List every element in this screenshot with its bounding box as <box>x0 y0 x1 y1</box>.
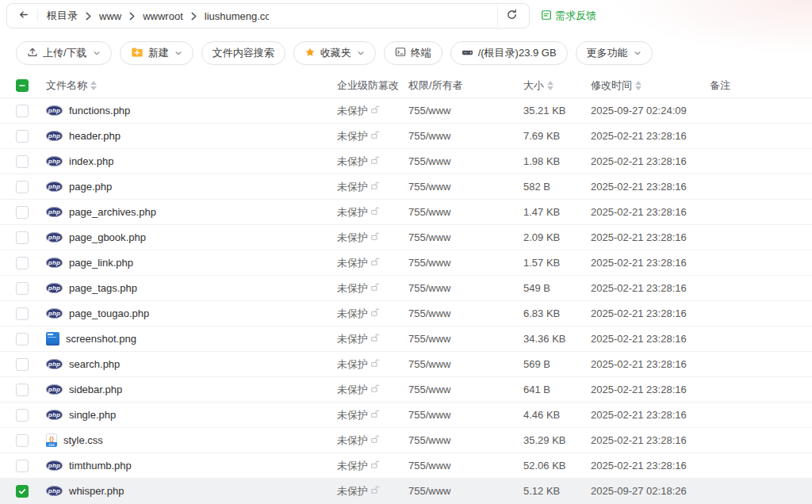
table-row[interactable]: php search.php 未保护 755/www 569 B 2025-02… <box>0 352 812 377</box>
table-row[interactable]: php page_link.php 未保护 755/www 1.57 KB 20… <box>0 250 812 276</box>
select-all-checkbox[interactable] <box>16 79 29 92</box>
tamper-proof-status[interactable]: 未保护 <box>337 256 408 270</box>
tamper-proof-status[interactable]: 未保护 <box>337 459 408 473</box>
path-input-area[interactable] <box>269 4 498 28</box>
content-search-button[interactable]: 文件内容搜索 <box>201 41 285 65</box>
file-name[interactable]: screenshot.png <box>66 333 136 345</box>
row-checkbox[interactable] <box>16 155 29 168</box>
row-checkbox[interactable] <box>16 206 29 219</box>
file-name[interactable]: sidebar.php <box>69 384 122 395</box>
table-row[interactable]: php header.php 未保护 755/www 7.69 KB 2025-… <box>0 124 812 149</box>
permission-owner[interactable]: 755/www <box>408 307 523 319</box>
new-button[interactable]: 新建 <box>120 41 193 65</box>
permission-owner[interactable]: 755/www <box>408 384 523 395</box>
row-checkbox[interactable] <box>16 181 29 193</box>
table-row[interactable]: php whisper.php 未保护 755/www 5.12 KB 2025… <box>0 479 812 504</box>
row-checkbox[interactable] <box>16 333 29 346</box>
permission-owner[interactable]: 755/www <box>408 155 523 167</box>
sort-icon[interactable] <box>90 81 97 90</box>
feedback-link[interactable]: 需求反馈 <box>541 9 596 23</box>
permission-owner[interactable]: 755/www <box>408 485 523 497</box>
row-checkbox[interactable] <box>16 485 29 498</box>
permission-owner[interactable]: 755/www <box>408 257 523 269</box>
permission-owner[interactable]: 755/www <box>408 434 523 446</box>
file-name[interactable]: page_gbook.php <box>69 231 146 243</box>
row-checkbox[interactable] <box>16 130 29 143</box>
tamper-proof-status[interactable]: 未保护 <box>337 383 408 397</box>
tamper-proof-status[interactable]: 未保护 <box>337 484 408 498</box>
permission-owner[interactable]: 755/www <box>408 105 523 116</box>
row-checkbox[interactable] <box>16 257 29 269</box>
permission-owner[interactable]: 755/www <box>408 409 523 421</box>
refresh-button[interactable] <box>497 5 526 27</box>
breadcrumb-item[interactable]: wwwroot <box>136 10 190 22</box>
file-name[interactable]: page_tags.php <box>69 282 137 294</box>
row-checkbox[interactable] <box>16 282 29 295</box>
permission-owner[interactable]: 755/www <box>408 130 523 142</box>
tamper-proof-status[interactable]: 未保护 <box>337 180 408 194</box>
breadcrumb-item[interactable]: liushumeng.com <box>197 10 269 22</box>
favorites-button[interactable]: 收藏夹 <box>293 41 376 65</box>
file-name[interactable]: style.css <box>63 434 103 446</box>
tamper-proof-status[interactable]: 未保护 <box>337 104 408 118</box>
file-name[interactable]: header.php <box>69 130 121 142</box>
table-row[interactable]: php page.php 未保护 755/www 582 B 2025-02-2… <box>0 174 812 200</box>
file-name[interactable]: search.php <box>69 358 120 370</box>
table-row[interactable]: php sidebar.php 未保护 755/www 641 B 2025-0… <box>0 377 812 403</box>
tamper-proof-status[interactable]: 未保护 <box>337 433 408 448</box>
permission-owner[interactable]: 755/www <box>408 333 523 345</box>
header-size[interactable]: 大小 <box>523 78 591 93</box>
terminal-button[interactable]: 终端 <box>384 41 442 65</box>
back-button[interactable] <box>10 5 36 27</box>
disk-usage-button[interactable]: /(根目录)23.9 GB <box>450 41 568 65</box>
breadcrumb-item[interactable]: 根目录 <box>40 9 85 23</box>
file-name[interactable]: single.php <box>69 409 116 421</box>
row-checkbox[interactable] <box>16 434 29 447</box>
table-row[interactable]: php page_archives.php 未保护 755/www 1.47 K… <box>0 200 812 225</box>
table-row[interactable]: php functions.php 未保护 755/www 35.21 KB 2… <box>0 98 812 124</box>
sort-icon[interactable] <box>547 81 553 90</box>
permission-owner[interactable]: 755/www <box>408 282 523 294</box>
table-row[interactable]: php index.php 未保护 755/www 1.98 KB 2025-0… <box>0 149 812 174</box>
permission-owner[interactable]: 755/www <box>408 181 523 193</box>
breadcrumb-item[interactable]: www <box>92 10 128 22</box>
file-name[interactable]: index.php <box>69 155 113 167</box>
tamper-proof-status[interactable]: 未保护 <box>337 332 408 346</box>
file-name[interactable]: whisper.php <box>69 485 124 497</box>
row-checkbox[interactable] <box>16 307 29 320</box>
tamper-proof-status[interactable]: 未保护 <box>337 357 408 372</box>
permission-owner[interactable]: 755/www <box>408 231 523 243</box>
tamper-proof-status[interactable]: 未保护 <box>337 231 408 245</box>
table-row[interactable]: screenshot.png 未保护 755/www 34.36 KB 2025… <box>0 326 812 352</box>
tamper-proof-status[interactable]: 未保护 <box>337 408 408 422</box>
tamper-proof-status[interactable]: 未保护 <box>337 205 408 220</box>
row-checkbox[interactable] <box>16 105 29 117</box>
tamper-proof-status[interactable]: 未保护 <box>337 155 408 169</box>
file-name[interactable]: page.php <box>69 181 112 193</box>
more-functions-button[interactable]: 更多功能 <box>576 41 653 65</box>
tamper-proof-status[interactable]: 未保护 <box>337 281 408 296</box>
permission-owner[interactable]: 755/www <box>408 358 523 370</box>
table-row[interactable]: php single.php 未保护 755/www 4.46 KB 2025-… <box>0 403 812 428</box>
permission-owner[interactable]: 755/www <box>408 460 523 472</box>
table-row[interactable]: {} style.css 未保护 755/www 35.29 KB 2025-0… <box>0 428 812 453</box>
file-name[interactable]: functions.php <box>69 105 130 116</box>
tamper-proof-status[interactable]: 未保护 <box>337 307 408 321</box>
file-name[interactable]: page_tougao.php <box>69 307 149 319</box>
table-row[interactable]: php page_tags.php 未保护 755/www 549 B 2025… <box>0 276 812 301</box>
permission-owner[interactable]: 755/www <box>408 206 523 218</box>
file-name[interactable]: page_link.php <box>69 257 133 269</box>
table-row[interactable]: php page_tougao.php 未保护 755/www 6.83 KB … <box>0 301 812 326</box>
upload-download-button[interactable]: 上传/下载 <box>16 41 112 65</box>
table-row[interactable]: php timthumb.php 未保护 755/www 52.06 KB 20… <box>0 453 812 479</box>
header-file-name[interactable]: 文件名称 <box>46 78 337 93</box>
file-name[interactable]: timthumb.php <box>69 460 132 472</box>
row-checkbox[interactable] <box>16 409 29 422</box>
file-name[interactable]: page_archives.php <box>69 206 156 218</box>
header-modified-time[interactable]: 修改时间 <box>591 78 710 93</box>
sort-icon[interactable] <box>635 81 642 90</box>
row-checkbox[interactable] <box>16 384 29 396</box>
row-checkbox[interactable] <box>16 460 29 472</box>
row-checkbox[interactable] <box>16 358 29 371</box>
row-checkbox[interactable] <box>16 231 29 244</box>
